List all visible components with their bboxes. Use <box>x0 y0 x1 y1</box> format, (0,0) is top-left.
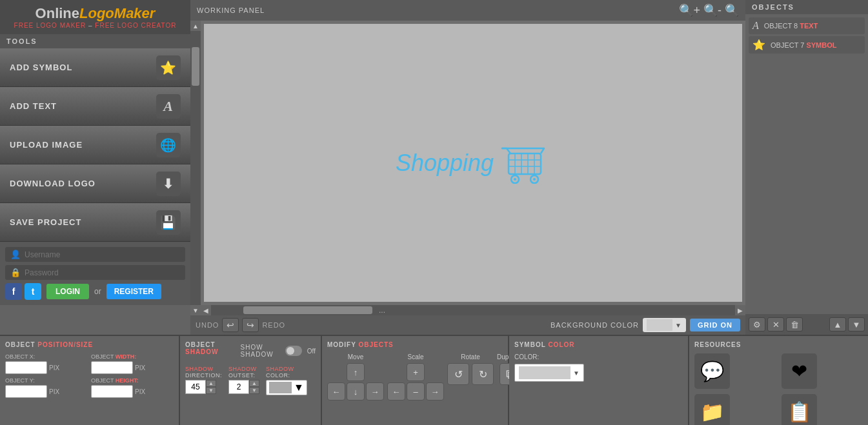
shadow-dir-up[interactable]: ▲ <box>206 380 216 387</box>
scale-down-button[interactable]: – <box>407 382 425 400</box>
canvas-background[interactable]: Shopping <box>204 24 742 302</box>
scale-up-button[interactable]: + <box>407 363 425 381</box>
shadow-out-up[interactable]: ▲ <box>249 380 259 387</box>
resource-book-icon[interactable]: 📋 <box>782 394 817 425</box>
color-field-label: COLOR: <box>514 353 683 361</box>
move-label: Move <box>348 353 363 361</box>
shadow-outset-spinner: 2 ▲ ▼ <box>228 380 259 394</box>
obj-width-pix: PIX <box>135 364 145 371</box>
obj-height-label: OBJECT HEIGHT: <box>91 377 174 384</box>
scale-right-button[interactable]: → <box>426 382 444 400</box>
add-text-label: ADD TEXT <box>10 101 57 111</box>
obj-7-label: OBJECT 7 SYMBOL <box>771 41 837 49</box>
move-down-button[interactable]: ↓ <box>347 382 365 400</box>
working-panel-label: WORKING PANEL <box>197 6 265 14</box>
login-button[interactable]: LOGIN <box>46 284 89 299</box>
obj-x-input[interactable] <box>5 361 47 374</box>
shadow-dir-down[interactable]: ▼ <box>206 387 216 394</box>
obj-trash-button[interactable]: 🗑 <box>786 317 803 331</box>
download-logo-label: DOWNLOAD LOGO <box>10 179 96 188</box>
canvas-area: ▲ ▼ Shopping <box>190 21 745 315</box>
resource-folder-icon[interactable]: 📁 <box>694 394 730 425</box>
resource-heart-icon[interactable]: ❤ <box>782 353 817 389</box>
scroll-thumb-h[interactable] <box>243 306 372 314</box>
move-up-button[interactable]: ↑ <box>347 363 365 381</box>
rotate-controls: ↺ ↻ <box>447 363 494 385</box>
obj-down-button[interactable]: ▼ <box>848 317 865 331</box>
obj-height-field: OBJECT HEIGHT: PIX <box>91 377 174 398</box>
obj-y-input[interactable] <box>5 385 47 398</box>
modify-title: MODIFY OBJECTS <box>327 341 503 348</box>
add-symbol-button[interactable]: ADD SYMBOL ⭐ <box>0 48 190 87</box>
color-select-row: ▼ <box>514 364 683 382</box>
modify-grid: Move ↑ ← ↓ → Scale + <box>327 353 503 400</box>
username-input[interactable] <box>25 250 180 259</box>
obj-up-button[interactable]: ▲ <box>829 317 846 331</box>
upload-image-button[interactable]: UPLOAD IMAGE 🌐 <box>0 126 190 164</box>
redo-label: REDO <box>262 321 285 329</box>
add-text-button[interactable]: ADD TEXT A <box>0 87 190 126</box>
user-icon: 👤 <box>10 250 21 259</box>
redo-button[interactable]: ↪ <box>242 318 259 332</box>
shadow-outset-value: 2 <box>228 380 249 394</box>
scroll-thumb-v[interactable] <box>192 47 199 86</box>
tools-label: TOOLS <box>0 34 190 48</box>
obj-delete-x-button[interactable]: ✕ <box>767 317 784 331</box>
resources-title: RESOURCES <box>694 341 863 348</box>
password-input[interactable] <box>25 268 180 277</box>
symbol-color-dropdown[interactable]: ▼ <box>514 364 584 382</box>
undo-button[interactable]: ↩ <box>222 318 239 332</box>
object-item-7[interactable]: ⭐ OBJECT 7 SYMBOL <box>749 36 865 54</box>
scale-left-button[interactable]: ← <box>387 382 405 400</box>
zoom-in-button[interactable]: 🔍+ <box>679 3 700 17</box>
shadow-out-down[interactable]: ▼ <box>249 387 259 394</box>
scroll-right-arrow[interactable]: ▶ <box>735 305 745 315</box>
color-dropdown-arrow[interactable]: ▼ <box>675 322 682 329</box>
toggle-knob <box>287 347 294 355</box>
shadow-color-label: SHADOW COLOR: <box>266 366 307 379</box>
obj-height-input[interactable] <box>91 385 133 398</box>
shadow-direction-btns: ▲ ▼ <box>206 380 216 394</box>
obj-width-input[interactable] <box>91 361 133 374</box>
scroll-down-arrow[interactable]: ▼ <box>190 305 201 315</box>
symbol-obj-icon: ⭐ <box>752 39 765 51</box>
zoom-out-button[interactable]: 🔍- <box>703 3 722 17</box>
shadow-color-field: SHADOW COLOR: ▼ <box>266 366 307 395</box>
register-button[interactable]: REGISTER <box>106 284 161 299</box>
obj-height-pix: PIX <box>135 388 145 395</box>
undo-redo-section: UNDO ↩ ↪ REDO <box>196 318 285 332</box>
shadow-toggle[interactable] <box>285 346 302 356</box>
auth-buttons: f t LOGIN or REGISTER <box>5 283 185 300</box>
scroll-up-arrow[interactable]: ▲ <box>190 21 201 31</box>
download-logo-button[interactable]: DOWNLOAD LOGO ⬇ <box>0 164 190 203</box>
logo-area: OnlineLogoMaker FREE LOGO MAKER – FREE L… <box>0 0 190 34</box>
resource-chat-icon[interactable]: 💬 <box>694 353 730 389</box>
shadow-direction-field: SHADOW DIRECTION: 45 ▲ ▼ <box>185 366 222 395</box>
scroll-left-arrow[interactable]: ◀ <box>201 305 211 315</box>
zoom-fit-button[interactable]: 🔍 <box>725 3 739 17</box>
shadow-outset-btns: ▲ ▼ <box>249 380 259 394</box>
shadow-direction-spinner: 45 ▲ ▼ <box>185 380 222 394</box>
horizontal-scrollbar[interactable]: ◀ ... ▶ <box>201 305 745 315</box>
working-panel-header: WORKING PANEL 🔍+ 🔍- 🔍 <box>190 0 745 21</box>
twitter-icon[interactable]: t <box>25 283 41 300</box>
undo-label: UNDO <box>196 321 219 329</box>
rotate-ccw-button[interactable]: ↺ <box>447 363 469 385</box>
rotate-cw-button[interactable]: ↻ <box>472 363 494 385</box>
move-col: Move ↑ ← ↓ → <box>327 353 384 400</box>
obj-settings-button[interactable]: ⚙ <box>749 317 765 331</box>
move-right-button[interactable]: → <box>366 382 384 400</box>
shadow-color-arrow: ▼ <box>294 382 304 393</box>
shadow-color-picker[interactable]: ▼ <box>266 380 307 395</box>
scale-label: Scale <box>407 353 423 361</box>
upload-image-label: UPLOAD IMAGE <box>10 140 83 150</box>
save-project-button[interactable]: SAVE PROJECT 💾 <box>0 203 190 242</box>
vertical-scrollbar[interactable]: ▲ ▼ <box>190 21 201 315</box>
grid-on-button[interactable]: GRID ON <box>690 319 740 331</box>
move-left-button[interactable]: ← <box>327 382 345 400</box>
facebook-icon[interactable]: f <box>5 283 22 300</box>
show-shadow-row: OBJECT SHADOW SHOW SHADOW Off <box>185 341 316 361</box>
object-item-8[interactable]: A OBJECT 8 TEXT <box>749 17 865 34</box>
show-shadow-label: SHOW SHADOW <box>241 344 280 358</box>
bg-color-picker[interactable]: ▼ <box>643 318 686 332</box>
